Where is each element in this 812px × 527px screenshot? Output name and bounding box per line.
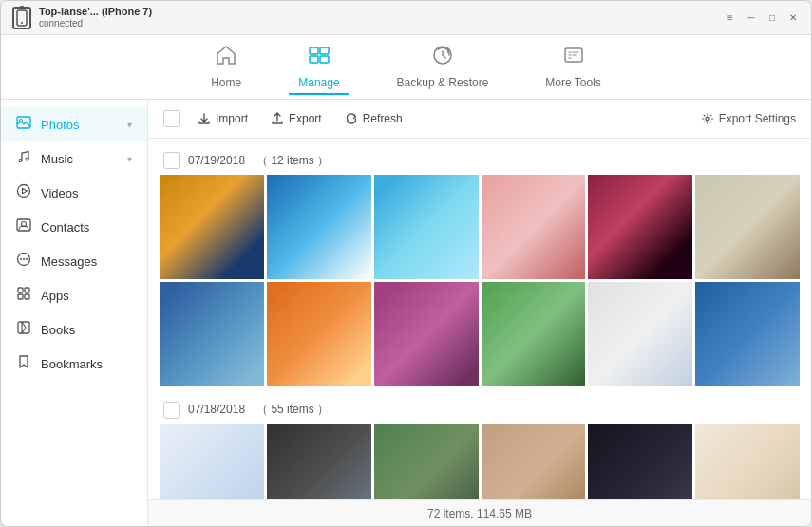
- toolbar: Import Export Refresh: [148, 100, 811, 139]
- status-bar: 72 items, 114.65 MB: [148, 499, 811, 526]
- refresh-button[interactable]: Refresh: [335, 107, 412, 130]
- sidebar-item-bookmarks[interactable]: Bookmarks: [1, 347, 147, 381]
- maximize-button[interactable]: □: [765, 11, 779, 25]
- date-label-1: 07/19/2018 （ 12 items ）: [188, 153, 329, 169]
- manage-icon: [308, 44, 330, 72]
- photo-cell[interactable]: [588, 424, 692, 499]
- books-icon: [16, 320, 31, 339]
- tab-manage-label: Manage: [298, 76, 339, 89]
- tab-backup[interactable]: Backup & Restore: [387, 40, 499, 95]
- bookmarks-icon: [16, 354, 31, 373]
- svg-point-16: [20, 258, 22, 260]
- photo-cell[interactable]: [695, 175, 800, 279]
- sidebar-label-bookmarks: Bookmarks: [41, 357, 103, 371]
- select-all-checkbox[interactable]: [163, 110, 180, 127]
- photo-cell[interactable]: [267, 175, 371, 279]
- photo-cell[interactable]: [588, 282, 692, 386]
- sidebar-item-contacts[interactable]: Contacts: [1, 210, 147, 244]
- apps-icon: [16, 286, 31, 305]
- tab-home-label: Home: [211, 76, 241, 89]
- sidebar-item-messages[interactable]: Messages: [1, 244, 147, 278]
- photo-cell[interactable]: [695, 282, 800, 386]
- chevron-down-icon: ▾: [127, 120, 132, 130]
- nav-tabs: Home Manage Back: [1, 35, 811, 100]
- date-section-2: 07/18/2018 （ 55 items ） 00:00:05: [160, 396, 800, 499]
- photo-cell[interactable]: [482, 175, 586, 279]
- main-layout: Photos ▾ Music ▾: [1, 100, 811, 526]
- sidebar-label-photos: Photos: [41, 118, 79, 132]
- photo-cell[interactable]: [695, 424, 800, 499]
- photo-cell[interactable]: [160, 282, 264, 386]
- photo-cell[interactable]: [482, 424, 586, 499]
- photo-grid-1: [160, 175, 800, 386]
- import-label: Import: [216, 112, 248, 125]
- sidebar-label-videos: Videos: [41, 186, 79, 200]
- photo-cell[interactable]: [160, 424, 264, 499]
- content-area: Import Export Refresh: [148, 100, 811, 526]
- photo-cell[interactable]: [374, 175, 479, 279]
- svg-point-10: [19, 160, 22, 162]
- sidebar-item-music[interactable]: Music ▾: [1, 141, 147, 176]
- svg-rect-22: [25, 294, 29, 299]
- sidebar-label-books: Books: [41, 323, 75, 337]
- import-icon: [198, 112, 211, 125]
- svg-rect-2: [310, 47, 318, 54]
- photo-grid-2: 00:00:05: [160, 424, 800, 499]
- menu-button[interactable]: ≡: [724, 11, 737, 25]
- export-button[interactable]: Export: [261, 107, 331, 130]
- svg-point-18: [26, 258, 28, 260]
- sidebar: Photos ▾ Music ▾: [1, 100, 148, 526]
- svg-rect-5: [320, 56, 329, 63]
- messages-icon: [16, 252, 31, 271]
- svg-rect-19: [18, 288, 23, 292]
- section-checkbox-2[interactable]: [163, 402, 180, 419]
- minimize-button[interactable]: ─: [745, 11, 758, 25]
- svg-point-17: [23, 258, 25, 260]
- device-name: Top-lanse'... (iPhone 7): [39, 6, 152, 18]
- date-header-1: 07/19/2018 （ 12 items ）: [160, 146, 800, 175]
- contacts-icon: [16, 217, 31, 236]
- sidebar-item-apps[interactable]: Apps: [1, 278, 147, 312]
- refresh-label: Refresh: [363, 112, 403, 125]
- svg-rect-3: [320, 47, 329, 54]
- export-icon: [271, 112, 284, 125]
- device-info: Top-lanse'... (iPhone 7) connected: [12, 6, 152, 29]
- export-settings-button[interactable]: Export Settings: [701, 112, 796, 125]
- export-label: Export: [289, 112, 322, 125]
- close-button[interactable]: ✕: [786, 11, 800, 25]
- sidebar-label-messages: Messages: [41, 254, 97, 269]
- photo-cell[interactable]: [588, 175, 692, 279]
- svg-rect-4: [310, 56, 318, 63]
- photo-cell[interactable]: [160, 175, 264, 279]
- photo-cell[interactable]: 00:00:05: [267, 424, 371, 499]
- tab-tools[interactable]: More Tools: [536, 40, 610, 95]
- sidebar-item-books[interactable]: Books: [1, 312, 147, 347]
- svg-point-1: [21, 22, 23, 24]
- photo-cell[interactable]: [482, 282, 586, 386]
- sidebar-item-videos[interactable]: Videos: [1, 176, 147, 210]
- import-button[interactable]: Import: [188, 107, 257, 130]
- date-header-2: 07/18/2018 （ 55 items ）: [160, 396, 800, 424]
- section-checkbox-1[interactable]: [163, 152, 180, 169]
- photo-scroll-area[interactable]: 07/19/2018 （ 12 items ）: [148, 139, 811, 499]
- svg-rect-20: [25, 288, 29, 292]
- tab-manage[interactable]: Manage: [289, 40, 349, 95]
- home-icon: [215, 44, 237, 72]
- settings-icon: [701, 112, 714, 125]
- photo-cell[interactable]: [374, 282, 479, 386]
- status-text: 72 items, 114.65 MB: [427, 507, 532, 520]
- photo-cell[interactable]: [374, 424, 479, 499]
- sidebar-item-photos[interactable]: Photos ▾: [1, 107, 147, 141]
- export-settings-label: Export Settings: [719, 112, 796, 125]
- backup-icon: [431, 44, 454, 72]
- device-icon: [12, 7, 31, 29]
- window-controls: ≡ ─ □ ✕: [724, 11, 800, 25]
- tab-home[interactable]: Home: [201, 40, 251, 95]
- svg-point-24: [706, 117, 709, 121]
- app-window: Top-lanse'... (iPhone 7) connected ≡ ─ □…: [0, 0, 812, 527]
- sidebar-label-contacts: Contacts: [41, 220, 89, 235]
- photo-cell[interactable]: [267, 282, 371, 386]
- tools-icon: [562, 44, 585, 72]
- chevron-down-icon-2: ▾: [127, 154, 132, 164]
- refresh-icon: [345, 112, 358, 125]
